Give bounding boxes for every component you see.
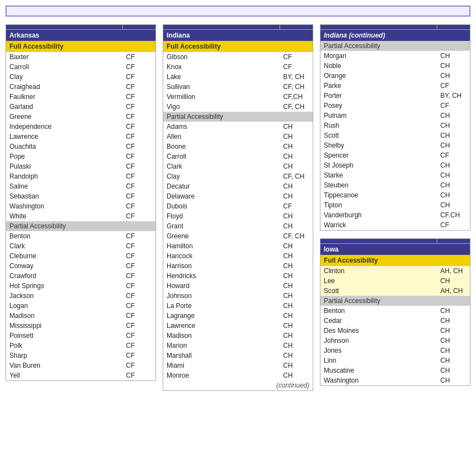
county-cell: Vanderburgh xyxy=(320,210,437,220)
county-cell: Baxter xyxy=(6,52,123,62)
county-cell: Garland xyxy=(6,102,123,112)
table-row: ClayCF, CH xyxy=(163,171,313,181)
county-cell: Mississippi xyxy=(6,321,123,331)
table-row: ConwayCF xyxy=(6,261,156,271)
county-cell: Craighead xyxy=(6,82,123,92)
plan-cell: CH xyxy=(437,190,470,200)
table-row: IndependenceCF xyxy=(6,122,156,132)
plan-cell: CF xyxy=(437,81,470,91)
continued-row: (continued) xyxy=(163,380,313,391)
iowa-table: IowaFull AccessibilityClintonAH, CHLeeCH… xyxy=(320,238,470,386)
table-row: GrantCH xyxy=(163,221,313,231)
table-row: AllenCH xyxy=(163,132,313,142)
table-row: CarrollCH xyxy=(163,152,313,161)
indiana-cont-table: Indiana (continued)Partial Accessibility… xyxy=(320,24,470,231)
table-row: MadisonCF xyxy=(6,311,156,321)
plan-cell: CF xyxy=(123,72,156,82)
table-row: PolkCF xyxy=(6,341,156,351)
table-row: DuboisCF xyxy=(163,201,313,211)
table-row: Van BurenCF xyxy=(6,361,156,370)
plan-cell: CF xyxy=(123,201,156,211)
county-cell: Saline xyxy=(6,181,123,191)
county-cell: Benton xyxy=(6,231,123,241)
plan-cell: CH xyxy=(280,181,313,191)
col3top-header-county xyxy=(320,25,437,30)
plan-cell: AH, CH xyxy=(437,286,470,296)
plan-cell: CH xyxy=(280,361,313,370)
table-row: St JosephCH xyxy=(320,160,470,170)
county-cell: Decatur xyxy=(163,181,280,191)
county-cell: Pope xyxy=(6,152,123,161)
table-row: LinnCH xyxy=(320,356,470,365)
plan-cell: CH xyxy=(280,251,313,261)
county-cell: Floyd xyxy=(163,211,280,221)
plan-cell: CF xyxy=(123,92,156,102)
county-cell: Polk xyxy=(6,341,123,351)
table-row: LakeBY, CH xyxy=(163,72,313,82)
county-cell: Vermillion xyxy=(163,92,280,102)
county-cell: Steuben xyxy=(320,180,437,190)
full-accessibility-label-row: Full Accessibility xyxy=(6,41,156,52)
plan-cell: CF, CH xyxy=(280,102,313,112)
county-cell: Yell xyxy=(6,370,123,381)
table-row: NobleCH xyxy=(320,61,470,71)
plan-cell: CH xyxy=(437,121,470,130)
county-cell: Johnson xyxy=(163,291,280,301)
plan-cell: CF xyxy=(437,220,470,231)
table-row: ScottCH xyxy=(320,130,470,140)
table-row: MarionCH xyxy=(163,341,313,351)
table-row: HowardCH xyxy=(163,281,313,291)
table-row: YellCF xyxy=(6,370,156,381)
county-cell: Greene xyxy=(6,112,123,122)
col2-header-county xyxy=(163,25,280,30)
plan-cell: CH xyxy=(437,200,470,210)
county-cell: Linn xyxy=(320,356,437,365)
col3bot-header-plan xyxy=(437,239,470,244)
plan-cell: CH xyxy=(437,180,470,190)
plan-cell: CH xyxy=(437,346,470,356)
table-row: KnoxCF xyxy=(163,62,313,72)
plan-cell: CH xyxy=(437,71,470,81)
plan-cell: CF xyxy=(123,331,156,341)
plan-cell: CH xyxy=(437,130,470,140)
county-cell: Scott xyxy=(320,286,437,296)
state-row: Indiana xyxy=(163,30,313,41)
county-cell: Marshall xyxy=(163,351,280,361)
county-cell: Porter xyxy=(320,91,437,101)
table-row: VanderburghCF,CH xyxy=(320,210,470,220)
table-row: ClarkCF xyxy=(6,241,156,251)
table-row: CleburneCF xyxy=(6,251,156,261)
table-row: TiptonCH xyxy=(320,200,470,210)
table-row: RandolphCF xyxy=(6,171,156,181)
plan-cell: CH xyxy=(280,370,313,380)
plan-cell: CH xyxy=(280,321,313,331)
county-cell: Dubois xyxy=(163,201,280,211)
county-cell: Sebastian xyxy=(6,191,123,201)
table-row: MarshallCH xyxy=(163,351,313,361)
table-row: HancockCH xyxy=(163,251,313,261)
table-row: BentonCH xyxy=(320,306,470,316)
plan-cell: CF, CH xyxy=(280,82,313,92)
county-cell: Gibson xyxy=(163,52,280,62)
county-cell: La Porte xyxy=(163,301,280,311)
plan-cell: CH xyxy=(437,326,470,336)
table-row: VigoCF, CH xyxy=(163,102,313,112)
plan-cell: CF xyxy=(123,341,156,351)
county-cell: Delaware xyxy=(163,191,280,201)
plan-cell: CF xyxy=(437,150,470,160)
county-cell: Pulaski xyxy=(6,161,123,171)
plan-cell: CH xyxy=(280,191,313,201)
county-cell: Benton xyxy=(320,306,437,316)
plan-cell: CF xyxy=(123,52,156,62)
county-cell: Harrison xyxy=(163,261,280,271)
table-row: JonesCH xyxy=(320,346,470,356)
arkansas-table: ArkansasFull AccessibilityBaxterCFCarrol… xyxy=(6,24,156,381)
plan-cell: CF xyxy=(123,241,156,251)
table-row: PulaskiCF xyxy=(6,161,156,171)
table-row: CrawfordCF xyxy=(6,271,156,281)
table-row: GibsonCF xyxy=(163,52,313,62)
county-cell: Tippecanoe xyxy=(320,190,437,200)
county-cell: Putnam xyxy=(320,111,437,121)
table-row: AdamsCH xyxy=(163,122,313,132)
plan-cell: CF xyxy=(123,361,156,370)
